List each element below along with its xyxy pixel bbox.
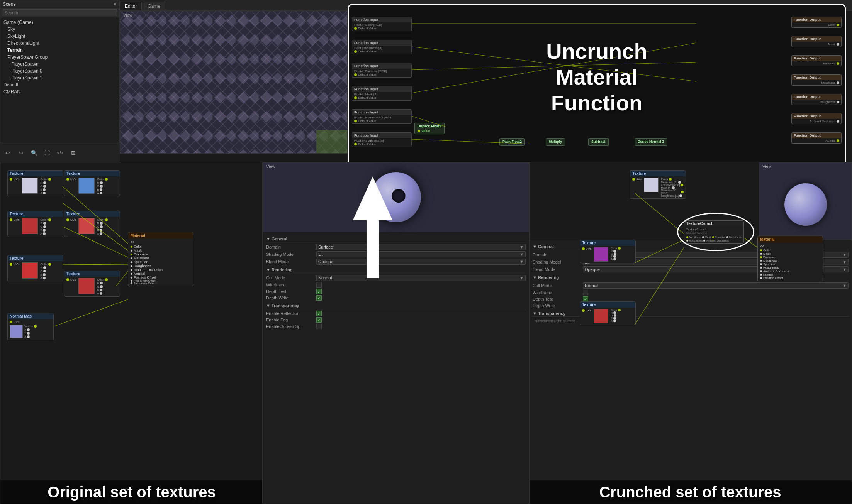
texture-node-5-body: UVs Color R G B A — [8, 261, 63, 281]
fn-output-6: Function Output Ambient Occlusion — [791, 113, 842, 124]
fullscreen-button[interactable]: ⛶ — [42, 148, 52, 157]
prop-cull: Cull Mode Normal ▼ — [266, 275, 526, 281]
enable-fog-checkbox[interactable]: ✓ — [316, 317, 322, 323]
material-node-crunched-body: >> Color Mask Emissive Metalness Specula… — [758, 243, 823, 281]
fn-output-4-body: Metalness — [792, 80, 841, 85]
fn-input-2: Function Input Float | Metalness [A] Def… — [352, 40, 412, 54]
material-node-crunched: Material >> Color Mask Emissive Metalnes… — [757, 236, 823, 281]
crunch-texture-b: Texture UVs Color R G B A — [580, 240, 636, 263]
enable-screen-checkbox[interactable] — [316, 324, 322, 329]
diamond-svg — [120, 11, 347, 153]
prop-enable-screen: Enable Screen Sp — [266, 324, 526, 329]
texture-node-3: Texture UVs Color R G B A — [7, 211, 63, 237]
fn-input-1-header: Function Input — [352, 17, 411, 22]
fn-output-7-body: Normal — [792, 138, 841, 143]
wireframe-checkbox[interactable] — [316, 282, 322, 288]
tree-item-2[interactable]: SkyLight — [0, 33, 119, 40]
node-graph-original: Texture UVs Color R G B A — [0, 162, 262, 504]
depth-test-checkbox[interactable]: ✓ — [316, 289, 322, 294]
bottom-half: Texture UVs Color R G B A — [0, 162, 852, 504]
depth-write-checkbox[interactable]: ✓ — [316, 295, 322, 301]
texture-node-1-body: UVs Color R G B A — [8, 176, 63, 196]
crunched-panel: View ▼ General Domain Surface▼ Shading M… — [529, 162, 852, 504]
fn-output-7-header: Function Output — [792, 133, 841, 138]
texture-node-1-header: Texture — [8, 171, 63, 176]
graph-button[interactable]: ⊞ — [69, 148, 78, 157]
undo-button[interactable]: ↩ — [3, 148, 12, 157]
fn-output-1-body: Color — [792, 22, 841, 27]
tree-item-0[interactable]: Game (Game) — [0, 19, 119, 26]
tree-item-3[interactable]: DirectionalLight — [0, 40, 119, 47]
crunch-texture-c-body: UVs Color R G B A — [580, 308, 635, 325]
texture-crunch-node: TextureCrunch TextureCrunch Material Fun… — [684, 220, 744, 244]
texture-node-2-body: UVs Color R G B A — [64, 176, 120, 196]
crunched-connectors — [530, 162, 645, 220]
texture-node-6-header: Texture — [64, 271, 120, 277]
texture-node-5-header: Texture — [8, 255, 63, 261]
scene-search-container — [0, 8, 119, 17]
svg-line-12 — [63, 264, 128, 265]
right-cull-dropdown[interactable]: Normal▼ — [583, 282, 849, 289]
code-button[interactable]: </> — [56, 148, 65, 157]
enable-reflection-checkbox[interactable]: ✓ — [316, 311, 322, 316]
search-input[interactable] — [3, 9, 117, 16]
svg-line-4 — [412, 47, 696, 81]
svg-line-6 — [412, 43, 696, 93]
unpack-node: Unpack Float3 Value — [414, 123, 445, 134]
fn-input-3-header: Function Input — [352, 63, 411, 69]
caption-crunched-text: Crunched set of textures — [599, 484, 781, 501]
tree-item-5[interactable]: PlayerSpawnGroup — [0, 54, 119, 61]
tree-item-7[interactable]: PlayerSpawn 0 — [0, 68, 119, 74]
fn-input-3-body: Float4 | Emissive [RGB] Default Value — [352, 69, 411, 77]
center-viewport: View — [263, 162, 529, 232]
section-transparency: ▼ Transparency — [266, 302, 526, 309]
derive-normal-node: Derive Normal Z — [635, 138, 667, 146]
tree-item-4[interactable]: Terrain — [0, 47, 119, 54]
viewport-background — [120, 11, 347, 153]
fn-output-6-body: Ambient Occlusion — [792, 119, 841, 124]
texture-node-3-body: UVs Color R G B A — [8, 217, 63, 237]
fn-output-2: Function Output Mask — [791, 36, 842, 47]
texture-crunch-body: TextureCrunch Material Function Metalnes… — [684, 227, 743, 243]
right-prop-cull: Cull Mode Normal▼ — [533, 282, 849, 289]
texture-node-2-header: Texture — [64, 171, 120, 176]
tree-item-10[interactable]: CMRAN — [0, 88, 119, 95]
right-viewport: View — [759, 162, 852, 240]
right-depth-test-checkbox[interactable]: ✓ — [583, 296, 588, 302]
search-button[interactable]: 🔍 — [29, 148, 39, 157]
tree-item-9[interactable]: Default — [0, 81, 119, 88]
domain-dropdown[interactable]: Surface ▼ — [316, 244, 526, 250]
fn-input-5: Function Input Float4 | Normal + AO [RGB… — [352, 109, 412, 124]
center-viewport-label: View — [266, 164, 275, 169]
scene-title-bar: Scene ✕ — [0, 0, 119, 8]
fn-input-4-header: Function Input — [352, 86, 411, 92]
tree-item-6[interactable]: PlayerSpawn — [0, 61, 119, 68]
pack-node: Pack Float2 — [499, 138, 525, 146]
shading-dropdown[interactable]: Lit ▼ — [316, 251, 526, 257]
redo-button[interactable]: ↪ — [16, 148, 25, 157]
scene-close-icon[interactable]: ✕ — [113, 2, 117, 7]
cull-dropdown[interactable]: Normal ▼ — [316, 275, 526, 281]
tree-item-8[interactable]: PlayerSpawn 1 — [0, 74, 119, 81]
fn-input-3: Function Input Float4 | Emissive [RGB] D… — [352, 63, 412, 78]
sphere-preview — [371, 172, 421, 222]
caption-original-text: Original set of textures — [48, 484, 216, 501]
right-wireframe-checkbox[interactable] — [583, 290, 588, 295]
fn-input-5-header: Function Input — [352, 110, 411, 115]
fn-input-6-body: Float | Roughness [A] Default Value — [352, 138, 411, 147]
viewport-top-label: View — [123, 13, 132, 17]
section-general: ▼ General — [266, 235, 526, 242]
tab-game[interactable]: Game — [143, 2, 165, 10]
fn-output-2-body: Mask — [792, 42, 841, 47]
material-node-original: Material >> Color Mask Emissive Metalnes… — [128, 232, 193, 286]
blend-dropdown[interactable]: Opaque ▼ — [316, 259, 526, 265]
fn-input-1-body: Float4 | Color [RGB] Default Value — [352, 22, 411, 31]
scene-panel: Scene ✕ Game (Game)SkySkyLightDirectiona… — [0, 0, 120, 162]
tab-editor[interactable]: Editor — [120, 2, 142, 10]
crunch-texture-a-body: UVs Color Metalness [A] Emissive [RGB] M… — [630, 176, 686, 198]
crunch-texture-b-body: UVs Color R G B A — [580, 246, 635, 263]
texture-node-4: Texture UVs Color R G B A — [64, 211, 120, 237]
tree-item-1[interactable]: Sky — [0, 26, 119, 33]
fn-input-6: Function Input Float | Roughness [A] Def… — [352, 132, 412, 147]
fn-input-2-header: Function Input — [352, 40, 411, 46]
